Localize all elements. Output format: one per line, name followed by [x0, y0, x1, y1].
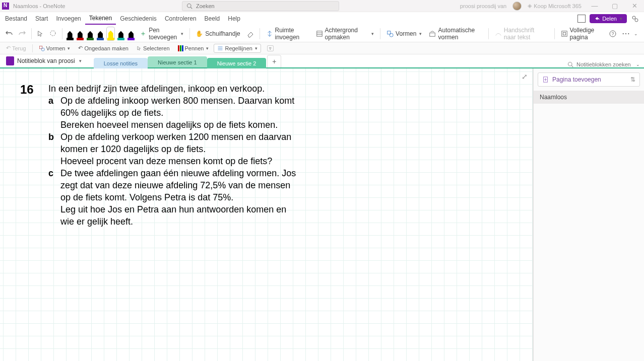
format-background-button[interactable]: Achtergrond opmaken▾: [313, 25, 377, 43]
redo-button[interactable]: [16, 28, 28, 40]
plus-icon: ＋: [140, 29, 147, 38]
chevron-down-icon: ▾: [181, 31, 183, 36]
feedback-button[interactable]: [627, 13, 643, 24]
help-button[interactable]: ?: [607, 28, 619, 40]
qat-pens[interactable]: Pennen▾: [175, 44, 212, 52]
lasso-tool[interactable]: [47, 28, 59, 40]
ink-to-text-button: Handschrift naar tekst: [492, 25, 551, 43]
chevron-down-icon: ▾: [419, 31, 422, 36]
pen-highlighter-yellow[interactable]: [107, 27, 114, 40]
send-to-onenote-button[interactable]: [573, 13, 590, 24]
notebook-icon: [6, 56, 14, 65]
svg-point-3: [635, 19, 638, 22]
work-area: ⤢ 16 In een bedrijf zijn twee afdelingen…: [0, 68, 644, 361]
section-tab-nieuwe-sectie-1[interactable]: Nieuwe sectie 1: [148, 56, 207, 67]
eraser-button[interactable]: [244, 28, 256, 40]
add-section-button[interactable]: +: [267, 55, 281, 67]
notebook-selector[interactable]: Notitieblok van proosi ▾: [2, 54, 86, 67]
shapes-icon: [387, 30, 394, 37]
expand-icon[interactable]: ⤢: [522, 73, 528, 81]
tab-help[interactable]: Help: [224, 13, 244, 24]
pen-purple[interactable]: [127, 27, 135, 40]
item-body: Op de afdeling inkoop werken 800 mensen.…: [60, 95, 302, 131]
add-pen-button[interactable]: ＋ Pen toevoegen▾: [137, 25, 186, 43]
question-number: 16: [20, 83, 34, 97]
more-button[interactable]: ⋯: [620, 27, 633, 40]
cursor-icon: [137, 45, 142, 51]
pen-teal[interactable]: [117, 27, 124, 40]
cursor-tool[interactable]: [35, 28, 46, 40]
item-body: Op de afdeling verkoop werken 1200 mense…: [60, 131, 302, 167]
pen-green[interactable]: [87, 27, 94, 40]
question-item-c: c De twee afdelingen gaan één nieuwe afd…: [48, 167, 302, 228]
qat-shapes[interactable]: Vormen▾: [36, 44, 74, 52]
share-button[interactable]: Delen ▾: [590, 14, 627, 23]
full-page-icon: [561, 30, 568, 37]
chevron-down-icon: ▾: [206, 46, 209, 51]
svg-point-16: [41, 48, 44, 51]
note-content[interactable]: 16 In een bedrijf zijn twee afdelingen, …: [20, 83, 302, 228]
insert-space-icon: [266, 30, 273, 37]
qat-back: ↶Terug: [3, 44, 29, 52]
pen-blue[interactable]: [97, 27, 104, 40]
page-icon: [316, 30, 323, 37]
svg-point-9: [390, 33, 393, 37]
slide-handle-button[interactable]: ✋ Schuifhandje: [192, 28, 243, 39]
search-input[interactable]: [196, 3, 336, 9]
tab-geschiedenis[interactable]: Geschiedenis: [116, 13, 161, 24]
qat-undo[interactable]: ↶Ongedaan maken: [75, 44, 131, 52]
collapse-ribbon-button[interactable]: ⌄: [634, 31, 638, 36]
svg-text:?: ?: [612, 31, 614, 36]
lines-icon: [217, 45, 223, 51]
svg-rect-11: [561, 31, 567, 36]
chevron-down-icon[interactable]: ⌄: [636, 62, 640, 67]
section-tab-losse-notities[interactable]: Losse notities: [94, 58, 148, 68]
insert-space-button[interactable]: Ruimte invoegen: [263, 25, 312, 43]
add-page-button[interactable]: Pagina toevoegen ⇅: [538, 73, 640, 87]
question-item-b: b Op de afdeling verkoop werken 1200 men…: [48, 131, 302, 167]
section-tab-nieuwe-sectie-2[interactable]: Nieuwe sectie 2: [207, 58, 267, 68]
qat-select[interactable]: Selecteren: [134, 44, 173, 52]
shapes-button[interactable]: Vormen▾: [383, 28, 425, 39]
app-icon: [2, 3, 9, 10]
close-button[interactable]: ✕: [628, 2, 642, 10]
pen-black[interactable]: [67, 27, 74, 40]
undo-icon: ↶: [78, 45, 83, 51]
qat-rule-lines[interactable]: Regellijnen▾: [214, 44, 261, 53]
item-letter: a: [48, 95, 53, 107]
tab-bestand[interactable]: Bestand: [1, 13, 31, 24]
chevron-down-icon: ▾: [620, 16, 622, 21]
tab-beeld[interactable]: Beeld: [201, 13, 224, 24]
chevron-down-icon: ▾: [371, 31, 374, 36]
quick-access-toolbar: ↶Terug Vormen▾ ↶Ongedaan maken Selectere…: [0, 42, 644, 54]
svg-line-21: [571, 65, 573, 67]
hand-icon: ✋: [196, 30, 203, 37]
menubar: Bestand Start Invoegen Tekenen Geschiede…: [0, 12, 644, 25]
sort-icon[interactable]: ⇅: [630, 76, 635, 83]
username-label: proosi proosdij van: [460, 3, 506, 9]
item-letter: b: [48, 131, 54, 143]
global-search[interactable]: [182, 1, 339, 11]
full-page-button[interactable]: Volledige pagina: [558, 25, 606, 43]
pen-red[interactable]: [77, 27, 84, 40]
tab-controleren[interactable]: Controleren: [161, 13, 201, 24]
tab-tekenen[interactable]: Tekenen: [85, 13, 116, 25]
back-icon: ↶: [6, 45, 11, 51]
titlebar: Naamloos - OneNote proosi proosdij van ◈…: [0, 0, 644, 12]
undo-button[interactable]: [3, 28, 15, 40]
notebook-search-input[interactable]: [576, 61, 632, 67]
note-canvas[interactable]: ⤢ 16 In een bedrijf zijn twee afdelingen…: [0, 68, 533, 361]
page-item[interactable]: Naamloos: [534, 91, 644, 104]
buy-ms365-button[interactable]: ◈ Koop Microsoft 365: [528, 3, 582, 9]
tab-invoegen[interactable]: Invoegen: [52, 13, 85, 24]
question-item-a: a Op de afdeling inkoop werken 800 mense…: [48, 95, 302, 131]
tab-start[interactable]: Start: [31, 13, 52, 24]
svg-rect-5: [316, 31, 322, 36]
maximize-button[interactable]: ▢: [608, 2, 622, 10]
avatar[interactable]: [512, 2, 522, 11]
qat-overflow[interactable]: ▿: [263, 44, 277, 52]
auto-shapes-button[interactable]: Automatische vormen: [426, 25, 485, 43]
section-bar: Notitieblok van proosi ▾ Losse notities …: [0, 54, 644, 68]
minimize-button[interactable]: —: [588, 2, 602, 10]
pens-icon: [178, 45, 183, 51]
